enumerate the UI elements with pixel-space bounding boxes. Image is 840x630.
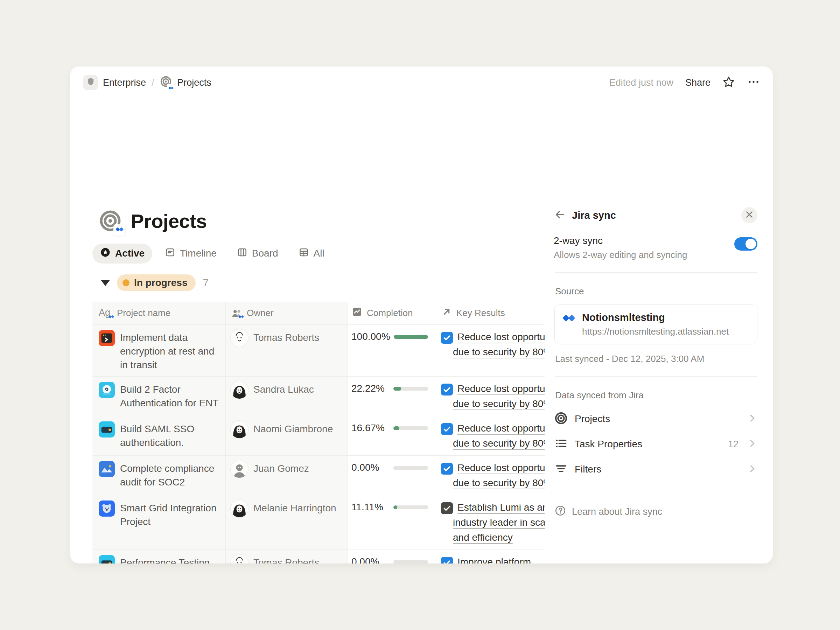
list-icon (554, 437, 568, 452)
jira-source-card[interactable]: Notionsmltesting https://notionsmltestin… (554, 305, 757, 344)
collapse-triangle-icon[interactable] (101, 280, 110, 286)
owner-name: Naomi Giambrone (253, 421, 333, 435)
key-result-checkbox[interactable] (441, 557, 453, 564)
key-result-link[interactable]: due to security by 80% (453, 398, 552, 409)
two-way-sync-toggle[interactable] (734, 237, 757, 251)
avatar (231, 554, 248, 564)
completion-percent: 16.67% (351, 422, 390, 434)
column-header-project-name[interactable]: AgProject name (92, 302, 226, 324)
completion-cell[interactable]: 0.00% (348, 456, 433, 495)
project-name[interactable]: Smart Grid Integration Project (120, 500, 221, 529)
close-icon[interactable] (741, 207, 757, 223)
last-synced-text: Last synced - Dec 12, 2025, 3:00 AM (555, 354, 757, 364)
star-circle-icon (100, 247, 111, 260)
completion-cell[interactable]: 11.11% (348, 495, 433, 549)
key-result-link[interactable]: Establish Lumi as an (458, 502, 548, 513)
workspace-shield-icon (83, 75, 98, 90)
project-mountains-icon (99, 461, 115, 477)
board-icon (237, 247, 248, 260)
people-property-icon (231, 307, 243, 319)
toggle-knob (745, 239, 756, 249)
project-name-cell[interactable]: Implement data encryption at rest and in… (92, 325, 226, 376)
key-result-link[interactable]: Reduce lost opportun (458, 423, 551, 434)
avatar (231, 500, 248, 517)
owner-cell[interactable]: Tomas Roberts (226, 550, 348, 564)
source-url: https://notionsmltesting.atlassian.net (582, 326, 729, 337)
key-result-link[interactable]: and efficiency (453, 532, 513, 543)
tab-label: All (314, 248, 324, 259)
key-result-link[interactable]: Improve platform (458, 556, 531, 564)
key-result-checkbox[interactable] (441, 332, 453, 344)
view-tabs: ActiveTimelineBoardAll (92, 243, 332, 264)
tab-all[interactable]: All (291, 243, 332, 264)
avatar (231, 381, 248, 399)
learn-about-jira-sync-link[interactable]: Learn about Jira sync (554, 505, 757, 519)
panel-item-projects[interactable]: Projects (554, 406, 757, 431)
panel-item-label: Projects (575, 413, 740, 425)
key-result-checkbox[interactable] (441, 502, 453, 514)
tab-label: Timeline (180, 248, 217, 259)
more-options-icon[interactable] (747, 75, 760, 90)
project-name-cell[interactable]: Complete compliance audit for SOC2 (92, 456, 226, 495)
owner-cell[interactable]: Naomi Giambrone (226, 416, 348, 455)
completion-cell[interactable]: 16.67% (348, 416, 433, 455)
tab-label: Active (115, 248, 145, 259)
project-terminal-icon (99, 330, 115, 346)
completion-percent: 22.22% (351, 383, 390, 394)
panel-item-filters[interactable]: Filters (554, 457, 757, 482)
project-name[interactable]: Build SAML SSO authentication. (120, 421, 221, 449)
completion-cell[interactable]: 100.00% (348, 325, 433, 376)
column-header-completion[interactable]: Completion (348, 302, 433, 324)
key-result-link[interactable]: due to security by 80% (453, 477, 552, 488)
breadcrumb-workspace[interactable]: Enterprise (103, 77, 146, 88)
project-name-cell[interactable]: Performance Testing (Lighting SaaS app) (92, 550, 226, 564)
project-name-cell[interactable]: Build SAML SSO authentication. (92, 416, 226, 455)
key-result-link[interactable]: industry leader in scalab (453, 517, 559, 528)
favorite-star-icon[interactable] (722, 76, 735, 90)
project-name[interactable]: Implement data encryption at rest and in… (120, 329, 221, 372)
owner-cell[interactable]: Juan Gomez (226, 456, 348, 495)
tab-active[interactable]: Active (92, 243, 152, 264)
chevron-right-icon (747, 463, 757, 475)
progress-bar (393, 426, 428, 430)
breadcrumb-page[interactable]: Projects (177, 77, 212, 88)
back-arrow-icon[interactable] (554, 208, 569, 222)
key-result-link[interactable]: Reduce lost opportun (458, 463, 551, 473)
key-result-checkbox[interactable] (441, 384, 453, 395)
timeline-icon (165, 247, 175, 260)
project-name[interactable]: Build 2 Factor Authentication for ENT (120, 381, 221, 410)
tab-board[interactable]: Board (229, 243, 286, 264)
owner-cell[interactable]: Tomas Roberts (226, 325, 348, 376)
project-name[interactable]: Performance Testing (Lighting SaaS app) (120, 554, 221, 564)
key-result-link[interactable]: Reduce lost opportun (458, 332, 551, 342)
completion-cell[interactable]: 22.22% (348, 377, 433, 416)
tab-label: Board (252, 248, 278, 259)
page-target-icon[interactable] (99, 209, 122, 232)
key-result-link[interactable]: due to security by 80% (453, 346, 552, 357)
projects-table: AgProject nameOwnerCompletionKey Results… (92, 302, 614, 564)
completion-cell[interactable]: 0.00% (348, 550, 433, 564)
share-button[interactable]: Share (685, 77, 711, 88)
column-header-owner[interactable]: Owner (226, 302, 348, 324)
learn-label: Learn about Jira sync (572, 507, 662, 517)
key-result-link[interactable]: Reduce lost opportun (458, 383, 551, 394)
owner-name: Melanie Harrington (253, 500, 336, 514)
key-result-checkbox[interactable] (441, 463, 453, 475)
project-name-cell[interactable]: Build 2 Factor Authentication for ENT (92, 377, 226, 416)
key-result-link[interactable]: due to security by 80% (453, 438, 552, 449)
tab-timeline[interactable]: Timeline (157, 243, 224, 264)
data-synced-section-label: Data synced from Jira (555, 390, 757, 401)
project-wallet-icon (99, 555, 115, 564)
owner-cell[interactable]: Melanie Harrington (226, 495, 348, 549)
project-name-cell[interactable]: Smart Grid Integration Project (92, 495, 226, 549)
status-badge[interactable]: In progress (117, 275, 196, 291)
jira-badge-icon (167, 84, 175, 92)
panel-item-task-properties[interactable]: Task Properties 12 (554, 431, 757, 457)
project-name[interactable]: Complete compliance audit for SOC2 (120, 460, 221, 489)
key-result-checkbox[interactable] (441, 423, 453, 435)
two-way-sync-row: 2-way sync Allows 2-way editing and sync… (554, 235, 757, 261)
two-way-sync-subtitle: Allows 2-way editing and syncing (554, 249, 734, 261)
owner-cell[interactable]: Sandra Lukac (226, 377, 348, 416)
column-label: Project name (117, 308, 171, 319)
rollup-property-icon (351, 306, 363, 320)
